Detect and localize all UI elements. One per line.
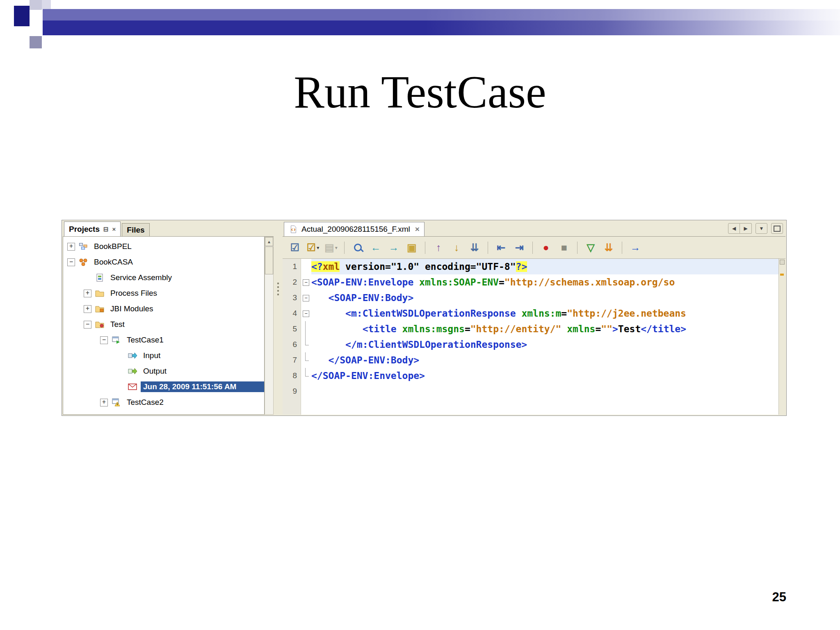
banner-square xyxy=(30,36,42,48)
select-in-projects-button[interactable]: ⇊ xyxy=(466,240,483,255)
scroll-thumb[interactable] xyxy=(265,247,273,274)
result-mail-icon xyxy=(128,382,137,391)
toolbar-separator xyxy=(577,242,578,254)
tree-item-label: Jun 28, 2009 11:51:56 AM xyxy=(141,381,264,392)
code-line-8[interactable]: 8</SOAP-ENV:Envelope> xyxy=(283,368,779,383)
toggle-highlight-search-button[interactable]: ▣ xyxy=(404,240,420,255)
tree-scrollbar[interactable]: ▲ xyxy=(265,237,274,415)
collapse-icon[interactable]: − xyxy=(100,336,108,344)
code-line-6[interactable]: 6 </m:ClientWSDLOperationResponse> xyxy=(283,337,779,352)
collapse-icon[interactable]: − xyxy=(84,321,91,329)
expand-icon[interactable]: + xyxy=(67,243,75,251)
validate-xml-button[interactable]: ☑ xyxy=(287,240,303,255)
xml-file-icon xyxy=(289,225,298,234)
previous-occurrence-button[interactable]: ↑ xyxy=(430,240,447,255)
bpel-project-icon xyxy=(78,242,88,251)
code-line-1[interactable]: 1<?xml version="1.0" encoding="UTF-8"?> xyxy=(283,259,779,274)
scroll-tabs-left-button[interactable]: ◀ xyxy=(728,223,740,234)
code-line-2[interactable]: 2−<SOAP-ENV:Envelope xmlns:SOAP-ENV="htt… xyxy=(283,274,779,290)
code-fold-toggle[interactable]: − xyxy=(301,274,311,290)
toolbar-separator xyxy=(532,242,533,254)
expand-icon[interactable]: + xyxy=(100,399,108,406)
code-fold-gutter xyxy=(301,383,311,399)
tree-item-service-assembly[interactable]: Service Assembly xyxy=(63,270,264,285)
expand-icon[interactable]: + xyxy=(84,290,91,297)
start-macro-recording-button[interactable]: ● xyxy=(538,240,554,255)
jump-back-button[interactable]: ← xyxy=(368,240,384,255)
jump-to-last-edit-button[interactable]: → xyxy=(627,240,644,255)
dropdown-caret-icon[interactable]: ▾ xyxy=(317,245,319,251)
tree-item-test[interactable]: −Test xyxy=(63,317,264,332)
code-text: </m:ClientWSDLOperationResponse> xyxy=(311,337,779,352)
dropdown-caret-icon[interactable]: ▾ xyxy=(335,245,338,251)
projects-tree: +BookBPEL−BookCASAService Assembly+Proce… xyxy=(63,237,265,415)
tree-item-label: Output xyxy=(141,366,169,377)
tree-item-bookbpel[interactable]: +BookBPEL xyxy=(63,239,264,254)
line-number: 5 xyxy=(283,321,301,337)
fold-collapse-icon[interactable]: − xyxy=(303,279,309,286)
error-stripe-status-box xyxy=(780,260,785,265)
line-number: 1 xyxy=(283,259,301,274)
editor-tab[interactable]: Actual_20090628115156_F.xml × xyxy=(284,222,425,236)
tree-item-process-files[interactable]: +Process Files xyxy=(63,285,264,301)
tree-item-testcase2[interactable]: +TestCase2 xyxy=(63,395,264,410)
check-xml-button[interactable]: ☑▾ xyxy=(305,240,321,255)
minimize-window-group-icon[interactable]: ⊟ xyxy=(103,226,109,232)
tree-item-input[interactable]: Input xyxy=(63,348,264,363)
tree-item-jbi-modules[interactable]: +JBI Modules xyxy=(63,301,264,317)
fold-collapse-icon[interactable]: − xyxy=(303,295,309,301)
line-number: 4 xyxy=(283,306,301,321)
code-fold-toggle[interactable]: − xyxy=(301,290,311,306)
code-line-7[interactable]: 7 </SOAP-ENV:Body> xyxy=(283,352,779,368)
folder-icon xyxy=(95,289,105,298)
stop-macro-recording-icon: ■ xyxy=(561,242,567,253)
tree-item-testcase1[interactable]: −TestCase1 xyxy=(63,332,264,348)
previous-bookmark-button[interactable]: ⇊ xyxy=(600,240,617,255)
close-window-group-icon[interactable]: × xyxy=(112,226,116,232)
shift-line-left-button[interactable]: ⇤ xyxy=(493,240,509,255)
banner-square xyxy=(42,0,51,9)
find-button[interactable] xyxy=(349,240,366,255)
tree-item-jun-28-2009-11-51-56-am[interactable]: Jun 28, 2009 11:51:56 AM xyxy=(63,379,264,395)
tab-scroll-buttons: ◀ ▶ xyxy=(728,223,752,234)
shift-line-left-icon: ⇤ xyxy=(497,242,506,253)
xsl-transform-icon: ▤ xyxy=(324,242,334,253)
service-assembly-icon xyxy=(95,273,105,282)
next-bookmark-button[interactable]: ▽ xyxy=(582,240,599,255)
close-tab-icon[interactable]: × xyxy=(415,225,420,234)
fold-collapse-icon[interactable]: − xyxy=(303,310,309,317)
line-number: 6 xyxy=(283,337,301,352)
left-tab-row: Projects ⊟ × Files xyxy=(63,221,274,237)
scroll-tabs-right-button[interactable]: ▶ xyxy=(740,223,752,234)
maximize-window-button[interactable] xyxy=(771,223,783,234)
code-text: <SOAP-ENV:Body> xyxy=(311,290,779,306)
next-occurrence-button[interactable]: ↓ xyxy=(448,240,465,255)
code-line-5[interactable]: 5 <title xmlns:msgns="http://entity/" xm… xyxy=(283,321,779,337)
tab-projects[interactable]: Projects ⊟ × xyxy=(64,221,121,236)
collapse-icon[interactable]: − xyxy=(67,258,75,266)
code-line-4[interactable]: 4− <m:ClientWSDLOperationResponse xmlns:… xyxy=(283,306,779,321)
code-fold-gutter xyxy=(301,368,311,383)
tree-item-bookcasa[interactable]: −BookCASA xyxy=(63,254,264,270)
code-editor[interactable]: 1<?xml version="1.0" encoding="UTF-8"?>2… xyxy=(283,259,785,415)
shift-line-right-button[interactable]: ⇥ xyxy=(511,240,527,255)
expand-icon[interactable]: + xyxy=(84,305,91,313)
opened-documents-list-button[interactable]: ▼ xyxy=(756,223,767,234)
tree-item-output[interactable]: Output xyxy=(63,363,264,379)
panel-splitter[interactable] xyxy=(274,221,283,415)
page-number: 25 xyxy=(772,590,786,605)
tab-files[interactable]: Files xyxy=(122,223,149,236)
code-fold-toggle[interactable]: − xyxy=(301,306,311,321)
jump-forward-button[interactable]: → xyxy=(386,240,402,255)
code-line-3[interactable]: 3− <SOAP-ENV:Body> xyxy=(283,290,779,306)
tree-item-label: BookBPEL xyxy=(91,241,134,252)
error-stripe xyxy=(778,259,785,415)
input-icon xyxy=(128,351,137,360)
scroll-up-icon[interactable]: ▲ xyxy=(265,237,273,246)
code-line-9[interactable]: 9 xyxy=(283,383,779,399)
stop-macro-recording-button[interactable]: ■ xyxy=(556,240,572,255)
code-lines: 1<?xml version="1.0" encoding="UTF-8"?>2… xyxy=(283,259,779,415)
xsl-transform-button[interactable]: ▤▾ xyxy=(323,240,339,255)
code-text: <m:ClientWSDLOperationResponse xmlns:m="… xyxy=(311,306,779,321)
tree-item-label: TestCase2 xyxy=(124,397,166,408)
